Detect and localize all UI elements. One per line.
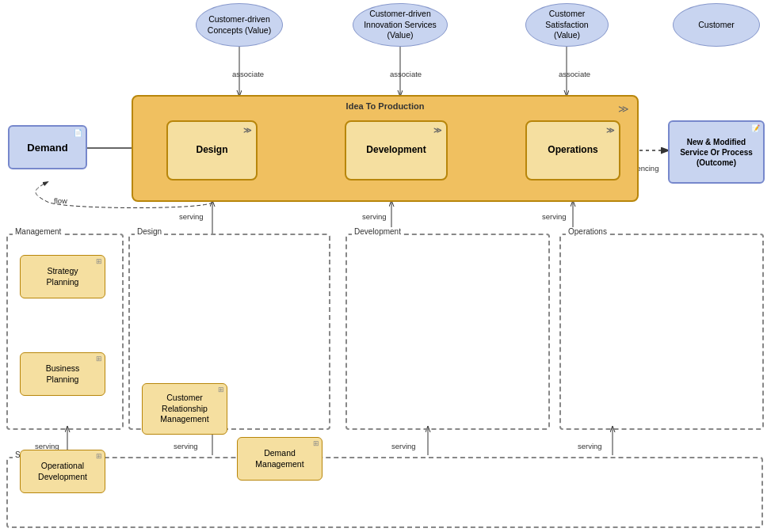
outcome-label: New & ModifiedService Or Process(Outcome… — [680, 137, 753, 168]
associate-label-3: associate — [559, 70, 590, 78]
serving-label-2: serving — [362, 212, 387, 221]
demand-management-box[interactable]: DemandManagement — [237, 437, 323, 481]
flow-label-3: flow — [54, 196, 67, 205]
serving-label-5: serving — [174, 442, 198, 450]
cloud-customer-driven-concepts: Customer-drivenConcepts (Value) — [196, 3, 283, 47]
operations-label: Operations — [548, 144, 597, 157]
demand-label: Demand — [27, 142, 67, 154]
operations-marker: ≫ — [606, 125, 614, 135]
serving-label-3: serving — [542, 212, 567, 221]
operations-process[interactable]: ≫ Operations — [525, 120, 620, 180]
cloud-customer-satisfaction: CustomerSatisfaction(Value) — [525, 3, 609, 47]
development-container: Development — [345, 234, 550, 430]
demand-icon: 📄 — [74, 129, 82, 137]
customer-relationship-mgmt-box[interactable]: CustomerRelationshipManagement — [142, 383, 227, 435]
development-label: Development — [366, 144, 426, 157]
idea-to-production-label: Idea To Production — [346, 101, 425, 111]
business-planning-box[interactable]: BusinessPlanning — [20, 352, 105, 396]
operations-container-label: Operations — [566, 227, 609, 236]
diagram-container: associate associate associate flow flow … — [0, 0, 771, 532]
demand-box[interactable]: 📄 Demand — [8, 125, 87, 169]
development-marker: ≫ — [433, 125, 441, 135]
associate-label-1: associate — [232, 70, 264, 78]
associate-label-2: associate — [390, 70, 422, 78]
design-marker: ≫ — [243, 125, 251, 135]
serving-label-1: serving — [179, 212, 204, 221]
design-label: Design — [196, 144, 227, 157]
management-container-label: Management — [13, 227, 63, 236]
development-container-label: Development — [352, 227, 403, 236]
supporting-container: Supporting — [6, 457, 763, 528]
outcome-icon: 📝 — [751, 124, 760, 134]
operational-development-box[interactable]: OperationalDevelopment — [20, 450, 105, 493]
design-process[interactable]: ≫ Design — [166, 120, 258, 180]
cloud-customer: Customer — [673, 3, 760, 47]
development-process[interactable]: ≫ Development — [345, 120, 448, 180]
serving-label-6: serving — [391, 442, 416, 450]
cloud-customer-driven-innovation: Customer-drivenInnovation Services(Value… — [353, 3, 448, 47]
serving-label-7: serving — [578, 442, 602, 450]
strategy-planning-box[interactable]: StrategyPlanning — [20, 255, 105, 298]
design-container-label: Design — [135, 227, 164, 236]
operations-container: Operations — [559, 234, 764, 430]
outcome-box[interactable]: 📝 New & ModifiedService Or Process(Outco… — [668, 120, 765, 184]
